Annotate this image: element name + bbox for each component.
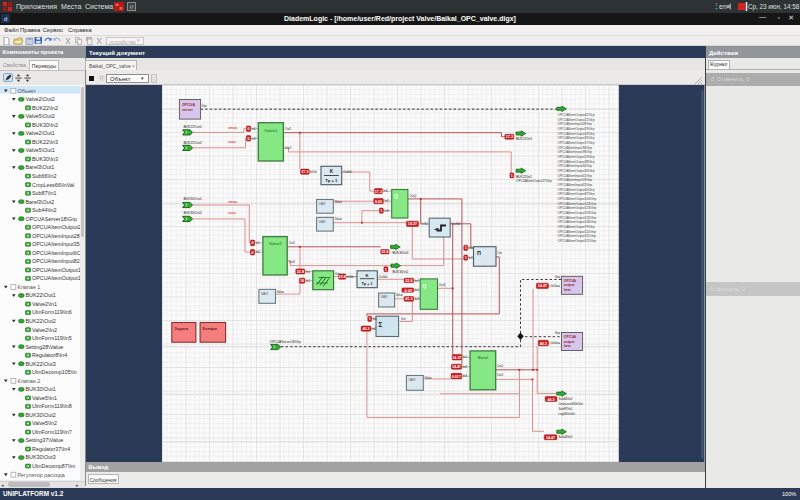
svg-text:In3: In3 <box>385 208 389 212</box>
svg-text:BUK30\In3: BUK30\In3 <box>32 156 58 162</box>
svg-text:OPCUAItemOutput29\Grp: OPCUAItemOutput29\Grp <box>558 127 595 131</box>
svg-text:32.8: 32.8 <box>297 269 304 273</box>
svg-text:OPCUAItemInput60\Grp: OPCUAItemInput60\Grp <box>558 164 593 168</box>
svg-text:BUK22\In2: BUK22\In2 <box>516 174 532 178</box>
svg-text:In2: In2 <box>306 278 310 282</box>
svg-text:0.017: 0.017 <box>452 374 461 378</box>
svg-text:Объект: Объект <box>18 88 37 94</box>
svg-text:Конфиг: Конфиг <box>203 325 218 330</box>
svg-text:откр.: откр. <box>228 125 238 129</box>
svg-text:OPCUAItemOutput2: OPCUAItemOutput2 <box>32 224 80 230</box>
svg-text:1: 1 <box>465 246 467 250</box>
svg-text:BUK22\Out3: BUK22\Out3 <box>26 361 56 367</box>
svg-text:UlmDecomp87\Im: UlmDecomp87\Im <box>32 463 76 469</box>
svg-text:OPCUAItemOutput56\Grp: OPCUAItemOutput56\Grp <box>558 169 595 173</box>
svg-text:Out1: Out1 <box>497 364 504 368</box>
svg-text:Barel3\Out2: Barel3\Out2 <box>26 199 55 205</box>
svg-text:OPCUA: OPCUA <box>564 278 577 282</box>
svg-text:OPCUAItemOutput42\Grp: OPCUAItemOutput42\Grp <box>558 113 595 117</box>
svg-text:17.3: 17.3 <box>375 189 382 193</box>
svg-text:OPCUAItemOutput136\Grp: OPCUAItemOutput136\Grp <box>558 220 597 224</box>
svg-text:In2: In2 <box>385 199 389 203</box>
svg-text:OPCUAItemOutput104\Grp: OPCUAItemOutput104\Grp <box>558 197 597 201</box>
svg-text:VAR: VAR <box>408 378 416 382</box>
svg-text:OutQ: OutQ <box>409 193 417 197</box>
svg-text:откр.: откр. <box>228 199 238 203</box>
svg-text:InVal: InVal <box>347 274 354 278</box>
svg-text:OutVal: OutVal <box>343 170 352 174</box>
svg-text:Sub87\In1: Sub87\In1 <box>558 406 572 410</box>
svg-text:OPCUAItemOutput79\Grp: OPCUAItemOutput79\Grp <box>558 225 595 229</box>
svg-text:server: server <box>182 108 193 112</box>
svg-text:0: 0 <box>247 127 249 131</box>
svg-text:Barel3\Out1: Barel3\Out1 <box>26 164 55 170</box>
svg-text:BUK30\In3: BUK30\In3 <box>392 251 408 255</box>
svg-text:-0.03: -0.03 <box>404 288 412 292</box>
svg-text:0: 0 <box>247 136 249 140</box>
svg-text:Setting37\Value: Setting37\Value <box>26 437 64 443</box>
svg-text:In3: In3 <box>463 374 467 378</box>
svg-text:Grp: Grp <box>555 274 560 278</box>
svg-text:InVal: InVal <box>422 222 429 226</box>
svg-text:OPCUAItemInput28\Grp: OPCUAItemInput28\Grp <box>558 122 593 126</box>
svg-text:10: 10 <box>300 279 304 283</box>
svg-text:Out2: Out2 <box>497 373 504 377</box>
svg-text:Valve2\Out1: Valve2\Out1 <box>26 130 55 136</box>
svg-text:Out2: Out2 <box>289 260 296 264</box>
svg-text:Valve5\In2: Valve5\In2 <box>32 420 57 426</box>
svg-text:Клапан 1: Клапан 1 <box>18 284 41 290</box>
svg-text:OPCUAServer18\Grp: OPCUAServer18\Grp <box>26 216 78 222</box>
svg-text:OPCUAItemOutput17\Grp: OPCUAItemOutput17\Grp <box>558 141 595 145</box>
svg-text:OPCUAItemOutput103\Grp: OPCUAItemOutput103\Grp <box>558 201 597 205</box>
svg-text:InVal: InVal <box>310 170 317 174</box>
svg-text:BUK22\In3: BUK22\In3 <box>32 139 58 145</box>
svg-text:Value: Value <box>425 375 433 379</box>
svg-text:In1: In1 <box>469 246 473 250</box>
svg-text:InData: InData <box>551 284 560 288</box>
svg-text:32,8: 32,8 <box>381 250 388 254</box>
svg-text:OPCUA: OPCUA <box>564 335 577 339</box>
svg-text:OPCUAItemOutput43\Grp: OPCUAItemOutput43\Grp <box>558 131 595 135</box>
svg-text:VAR: VAR <box>381 295 389 299</box>
svg-text:output: output <box>564 339 575 343</box>
svg-text:Задача: Задача <box>174 325 189 330</box>
svg-text:Regulator8\In4: Regulator8\In4 <box>32 352 67 358</box>
svg-text:OPCUAItemOutput1: OPCUAItemOutput1 <box>32 267 80 273</box>
svg-text:0.03: 0.03 <box>375 199 382 203</box>
svg-text:Sub66\In2: Sub66\In2 <box>32 173 57 179</box>
svg-text:Sub44\In2: Sub44\In2 <box>558 435 572 439</box>
svg-text:1: 1 <box>511 173 513 177</box>
svg-text:UlmForm119\In6: UlmForm119\In6 <box>32 309 72 315</box>
svg-text:In3: In3 <box>415 297 419 301</box>
svg-text:VAR: VAR <box>319 201 327 205</box>
svg-text:0: 0 <box>252 250 254 254</box>
svg-text:Q: Q <box>423 283 427 288</box>
svg-text:Valve5\Out1: Valve5\Out1 <box>26 147 55 153</box>
svg-text:VAR: VAR <box>319 219 327 223</box>
svg-text:In2: In2 <box>252 136 256 140</box>
svg-text:UlmForm119\In7: UlmForm119\In7 <box>32 429 72 435</box>
svg-text:OPCUAItemInput35: OPCUAItemInput35 <box>32 241 80 247</box>
svg-text:Tp + 1: Tp + 1 <box>325 177 338 182</box>
svg-text:In1: In1 <box>415 278 419 282</box>
svg-text:Out2: Out2 <box>285 146 292 150</box>
svg-text:In2: In2 <box>372 326 376 330</box>
svg-text:BUK22\Out1: BUK22\Out1 <box>26 292 56 298</box>
svg-text:OPCUAItemOutput123\Grp: OPCUAItemOutput123\Grp <box>558 206 597 210</box>
svg-text:OPCUAItemInput38\Grp: OPCUAItemInput38\Grp <box>558 150 593 154</box>
svg-text:22,8: 22,8 <box>405 279 412 283</box>
svg-text:Valve2: Valve2 <box>268 241 282 246</box>
svg-text:П: П <box>477 250 481 256</box>
svg-text:UlmForm119\In5: UlmForm119\In5 <box>32 335 72 341</box>
svg-text:OPCUAItemInput6C: OPCUAItemInput6C <box>32 250 80 256</box>
svg-text:OPCUAItemInput36\Grp: OPCUAItemInput36\Grp <box>558 145 593 149</box>
svg-text:OutVal: OutVal <box>452 222 461 226</box>
svg-text:In1: In1 <box>463 355 467 359</box>
svg-text:OPCUAItemOutput60\Grp: OPCUAItemOutput60\Grp <box>558 187 595 191</box>
svg-text:In1: In1 <box>384 189 388 193</box>
svg-text:OPCUAItemOutput35\Grp: OPCUAItemOutput35\Grp <box>558 136 595 140</box>
svg-text:UlmForm119\In8: UlmForm119\In8 <box>32 403 72 409</box>
svg-text:BUK22\Out1: BUK22\Out1 <box>183 125 202 129</box>
svg-text:Out1: Out1 <box>285 126 292 130</box>
svg-text:Regulator37\In4: Regulator37\In4 <box>32 446 70 452</box>
